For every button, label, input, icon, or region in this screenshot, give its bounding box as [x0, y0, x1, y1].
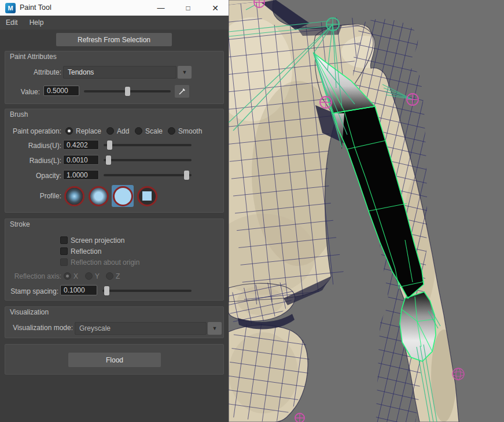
titlebar: M Paint Tool — □ ✕: [0, 0, 229, 16]
maximize-icon[interactable]: □: [175, 0, 201, 16]
eyedropper-icon[interactable]: [175, 85, 189, 98]
joint-marker[interactable]: [295, 413, 304, 422]
stamp-spacing-label: Stamp spacing:: [5, 287, 58, 295]
menu-edit[interactable]: Edit: [0, 16, 24, 29]
profile-label: Profile:: [5, 192, 61, 200]
radius-l-label: Radius(L):: [5, 157, 61, 165]
pole-vector-marker[interactable]: [407, 94, 418, 105]
joint-marker[interactable]: [320, 97, 332, 108]
section-title: Visualization: [10, 308, 49, 316]
chevron-down-icon[interactable]: ▼: [208, 322, 222, 335]
reflection-about-origin-label: Reflection about origin: [71, 258, 139, 266]
slider-handle[interactable]: [125, 87, 130, 96]
minimize-icon[interactable]: —: [148, 0, 174, 16]
viewport-canvas[interactable]: [229, 0, 504, 422]
radio-replace-label[interactable]: Replace: [76, 127, 101, 135]
radio-smooth[interactable]: [168, 127, 175, 135]
screen: M Paint Tool — □ ✕ Edit Help Refresh Fro…: [0, 0, 504, 422]
reflection-axis-label: Reflection axis:: [5, 272, 61, 280]
reflection-label[interactable]: Reflection: [71, 247, 101, 256]
axis-y-radio: [85, 272, 93, 280]
radius-l-input[interactable]: [63, 155, 99, 165]
radio-replace[interactable]: [65, 127, 73, 135]
ik-handle-marker[interactable]: [326, 18, 339, 31]
menubar: Edit Help: [0, 16, 229, 29]
axis-z-label: Z: [116, 272, 120, 280]
screen-projection-label[interactable]: Screen projection: [71, 236, 124, 245]
refresh-from-selection-button[interactable]: Refresh From Selection: [56, 33, 172, 46]
profile-square-icon[interactable]: [136, 185, 158, 207]
radius-l-slider[interactable]: [104, 156, 192, 165]
paint-operation-label: Paint operation:: [5, 127, 61, 135]
radius-u-input[interactable]: [63, 140, 99, 150]
opacity-label: Opacity:: [5, 172, 61, 180]
flood-button[interactable]: Flood: [68, 353, 161, 367]
axis-z-radio: [106, 272, 113, 280]
slider-track: [104, 159, 192, 161]
brush-section: Brush Paint operation: Replace Add Scale…: [5, 109, 224, 213]
attribute-dropdown[interactable]: Tendons: [63, 66, 176, 79]
stroke-section: Stroke Screen projection Reflection Refl…: [5, 219, 224, 301]
axis-x-label: X: [73, 272, 78, 280]
viewport-3d[interactable]: [229, 0, 504, 422]
opacity-input[interactable]: [63, 170, 99, 180]
menu-help[interactable]: Help: [24, 16, 50, 29]
profile-solid-circle-icon[interactable]: [112, 185, 134, 207]
chevron-down-icon[interactable]: ▼: [178, 66, 192, 79]
radio-scale[interactable]: [135, 127, 142, 135]
reflection-checkbox[interactable]: [60, 247, 68, 255]
screen-projection-checkbox[interactable]: [60, 236, 68, 244]
stamp-spacing-input[interactable]: [60, 285, 97, 295]
reflection-about-origin-checkbox: [60, 258, 68, 266]
visualization-mode-dropdown[interactable]: Greyscale: [75, 322, 207, 335]
flood-section: Flood: [5, 344, 224, 375]
radio-add-label[interactable]: Add: [117, 127, 129, 135]
axis-x-radio: [64, 272, 71, 280]
radius-u-label: Radius(U):: [5, 142, 61, 150]
slider-track: [104, 174, 192, 176]
profile-medium-soft-icon[interactable]: [87, 185, 109, 207]
paint-attributes-section: Paint Attributes Attribute: Tendons ▼ Va…: [5, 51, 224, 104]
opacity-slider[interactable]: [104, 171, 192, 180]
window-title: Paint Tool: [20, 3, 51, 12]
axis-y-label: Y: [95, 272, 100, 280]
radio-scale-label[interactable]: Scale: [145, 127, 163, 135]
slider-handle[interactable]: [106, 156, 111, 165]
section-title: Brush: [10, 110, 28, 119]
slider-handle[interactable]: [104, 286, 109, 295]
radio-smooth-label[interactable]: Smooth: [178, 127, 202, 135]
paint-tool-window: M Paint Tool — □ ✕ Edit Help Refresh Fro…: [0, 0, 229, 422]
attribute-label: Attribute:: [5, 68, 61, 76]
radio-add[interactable]: [106, 127, 114, 135]
slider-handle[interactable]: [107, 140, 112, 150]
radius-u-slider[interactable]: [104, 140, 192, 150]
maya-logo-icon: M: [5, 3, 16, 13]
visualization-mode-label: Visualization mode:: [5, 324, 73, 332]
section-title: Paint Attributes: [10, 53, 57, 61]
close-icon[interactable]: ✕: [202, 0, 229, 16]
slider-track: [102, 290, 192, 292]
value-label: Value:: [5, 88, 40, 96]
section-title: Stroke: [10, 220, 30, 228]
slider-handle[interactable]: [184, 171, 189, 180]
value-slider[interactable]: [84, 87, 171, 96]
profile-soft-gaussian-icon[interactable]: [63, 185, 85, 207]
value-input[interactable]: [43, 86, 79, 96]
slider-track: [104, 144, 192, 146]
stamp-spacing-slider[interactable]: [102, 286, 192, 295]
visualization-section: Visualization Visualization mode: Greysc…: [5, 306, 224, 338]
